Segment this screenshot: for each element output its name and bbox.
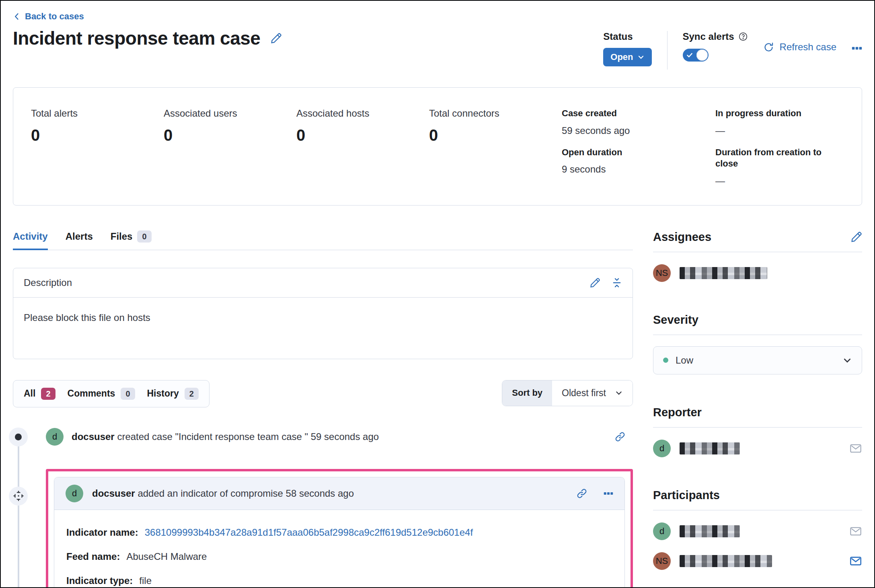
reporter-section: Reporter d (653, 406, 862, 457)
status-dropdown[interactable]: Open (603, 48, 651, 66)
copy-link-icon[interactable] (576, 488, 587, 499)
chevron-down-icon (637, 53, 645, 61)
collapse-description-icon[interactable] (612, 278, 622, 288)
case-sidebar: Assignees NS Severity Low (653, 230, 862, 570)
duration-in-progress: In progress duration — (715, 108, 844, 136)
avatar: d (46, 428, 64, 446)
tab-activity[interactable]: Activity (13, 230, 48, 250)
back-to-cases-link[interactable]: Back to cases (13, 11, 84, 22)
tab-files[interactable]: Files 0 (111, 230, 152, 250)
copy-link-icon[interactable] (614, 431, 626, 442)
comment-header: d docsuser added an indicator of comprom… (54, 477, 624, 510)
case-durations: Case created 59 seconds ago In progress … (562, 108, 844, 187)
back-to-cases-label: Back to cases (25, 11, 84, 22)
severity-title: Severity (653, 313, 698, 327)
timeline-item-created: d docsuser created case "Incident respon… (9, 428, 633, 446)
page-title: Incident response team case (13, 28, 260, 49)
activity-filter-group: All 2 Comments 0 History 2 (13, 380, 210, 407)
case-actions-menu-button[interactable] (852, 43, 862, 53)
refresh-case-button[interactable]: Refresh case (763, 41, 836, 53)
case-page: Back to cases Incident response team cas… (0, 0, 875, 588)
chevron-left-icon (13, 12, 21, 21)
duration-case-created: Case created 59 seconds ago (562, 108, 715, 136)
status-label: Status (603, 31, 651, 42)
sort-by-label: Sort by (502, 380, 552, 406)
header-divider (667, 31, 668, 70)
avatar: NS (653, 264, 671, 282)
filter-history[interactable]: History 2 (147, 388, 199, 400)
files-count-badge: 0 (137, 230, 151, 243)
duration-open: Open duration 9 seconds (562, 147, 715, 187)
tab-alerts[interactable]: Alerts (66, 230, 93, 250)
comment-actions-menu-icon[interactable] (604, 489, 613, 498)
avatar: d (653, 440, 671, 457)
sync-alerts-toggle[interactable] (683, 49, 709, 62)
feed-name-row: Feed name: AbuseCH Malware (66, 551, 612, 562)
refresh-icon (763, 42, 774, 53)
severity-low-dot (663, 358, 668, 363)
timeline-crosshair-marker (9, 487, 28, 506)
sync-alerts-label: Sync alerts (683, 31, 734, 42)
duration-creation-to-close: Duration from creation to close — (715, 147, 844, 187)
metric-total-alerts: Total alerts 0 (31, 108, 164, 144)
comment-header-text: docsuser added an indicator of compromis… (92, 488, 354, 499)
email-icon[interactable] (849, 442, 862, 455)
filter-all-count-badge: 2 (41, 388, 55, 400)
description-title: Description (24, 277, 72, 288)
activity-filter-row: All 2 Comments 0 History 2 Sort by (13, 380, 633, 407)
assignees-title: Assignees (653, 230, 711, 244)
avatar: NS (653, 552, 671, 570)
case-tabs: Activity Alerts Files 0 (13, 230, 633, 250)
timeline-event-text: docsuser created case "Incident response… (72, 431, 379, 442)
filter-comments-count-badge: 0 (121, 388, 135, 400)
metric-associated-users: Associated users 0 (164, 108, 296, 144)
filter-comments[interactable]: Comments 0 (68, 388, 135, 400)
assignee-row: NS (653, 264, 862, 282)
participants-title: Participants (653, 489, 720, 502)
redacted-name (680, 525, 740, 537)
edit-description-icon[interactable] (590, 278, 600, 288)
description-panel: Description Please block this file on ho… (13, 268, 633, 359)
indicator-type-row: Indicator type: file (66, 575, 612, 586)
redacted-name (680, 267, 767, 279)
case-metrics-panel: Total alerts 0 Associated users 0 Associ… (13, 87, 862, 206)
case-header: Incident response team case Status Open … (13, 28, 862, 70)
avatar: d (653, 522, 671, 540)
sort-order-select[interactable]: Oldest first (552, 380, 633, 406)
help-icon[interactable] (738, 32, 748, 41)
participant-row: NS (653, 552, 862, 570)
participant-row: d (653, 522, 862, 540)
toggle-knob (696, 49, 708, 61)
indicator-name-row: Indicator name: 3681099993b4b347a28a91d1… (66, 527, 612, 538)
metric-associated-hosts: Associated hosts 0 (296, 108, 429, 144)
chevron-down-icon (842, 356, 852, 365)
email-icon[interactable] (849, 525, 862, 538)
status-value: Open (610, 52, 633, 62)
severity-select[interactable]: Low (653, 346, 862, 374)
filter-history-count-badge: 2 (185, 388, 199, 400)
redacted-name (680, 555, 772, 567)
avatar: d (66, 485, 83, 502)
highlighted-comment-outline: d docsuser added an indicator of comprom… (46, 469, 633, 588)
indicator-details: Indicator name: 3681099993b4b347a28a91d1… (54, 510, 624, 588)
indicator-name-link[interactable]: 3681099993b4b347a28a91d1f57aaa06b5af2998… (145, 527, 473, 538)
participants-section: Participants d NS (653, 489, 862, 570)
activity-timeline: d docsuser created case "Incident respon… (9, 428, 633, 588)
indicator-comment-panel: d docsuser added an indicator of comprom… (54, 477, 625, 588)
redacted-name (680, 442, 740, 454)
severity-section: Severity Low (653, 313, 862, 374)
refresh-case-label: Refresh case (780, 41, 836, 53)
description-text: Please block this file on hosts (13, 298, 633, 359)
timeline-dot-marker (9, 428, 28, 446)
assignees-section: Assignees NS (653, 230, 862, 282)
filter-all[interactable]: All 2 (24, 388, 55, 400)
reporter-title: Reporter (653, 406, 702, 419)
edit-title-icon[interactable] (271, 33, 282, 44)
email-icon[interactable] (849, 555, 862, 567)
chevron-down-icon (615, 389, 623, 397)
edit-assignees-icon[interactable] (851, 231, 862, 243)
metric-total-connectors: Total connectors 0 (429, 108, 562, 144)
sort-control: Sort by Oldest first (502, 380, 633, 406)
severity-value: Low (676, 355, 693, 366)
check-icon (686, 51, 693, 59)
